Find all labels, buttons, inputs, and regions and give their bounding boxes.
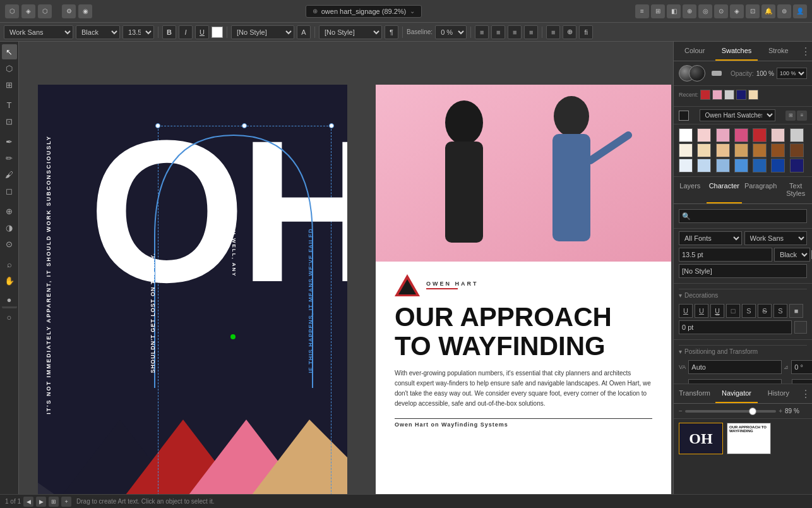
pos-transform-label[interactable]: Positioning and Transform [679, 345, 807, 358]
tool-zoom[interactable]: ⌕ [2, 257, 17, 272]
tool-crop[interactable]: ⊞ [2, 77, 17, 92]
zoom-slider[interactable] [685, 410, 776, 413]
font-family-select[interactable]: Work Sans [4, 25, 73, 39]
tab-colour[interactable]: Colour [674, 42, 715, 61]
deco-box[interactable]: □ [726, 304, 740, 318]
char-search-input[interactable] [679, 209, 807, 223]
char-style-input[interactable] [679, 264, 807, 278]
align-justify-btn[interactable]: ≡ [524, 25, 538, 39]
recent-swatch-4[interactable] [736, 90, 746, 100]
swatch-brown[interactable] [771, 143, 785, 157]
font-name-select[interactable]: Work Sans [744, 231, 808, 245]
zoom-thumb[interactable] [749, 408, 756, 415]
tool-pencil[interactable]: ✏ [2, 150, 17, 166]
swatch-view-btn-2[interactable]: ≡ [797, 111, 807, 121]
swatch-blue-light[interactable] [679, 159, 693, 172]
tab-character[interactable]: Character [707, 177, 742, 203]
opacity-select[interactable]: 100 % [777, 68, 807, 79]
swatch-gold[interactable] [734, 143, 748, 157]
swatch-pink-dark[interactable] [734, 128, 748, 142]
add-page-btn[interactable]: + [61, 497, 71, 507]
more-btn-3[interactable]: ﬁ [579, 25, 593, 39]
recent-swatch-2[interactable] [712, 90, 722, 100]
swatch-blue-dark[interactable] [753, 159, 767, 172]
tool-node[interactable]: ⬡ [2, 61, 17, 76]
play-btn[interactable]: ▶ [36, 497, 46, 507]
app-icon-1[interactable]: ⬡ [5, 4, 19, 18]
swatch-blue-med[interactable] [716, 159, 730, 172]
deco-u[interactable]: U [679, 304, 693, 318]
tab-text-styles[interactable]: Text Styles [779, 177, 812, 203]
swatch-red[interactable] [753, 128, 767, 142]
tool-gradient[interactable]: ◑ [2, 220, 17, 235]
deco-u-line2[interactable]: U̲ [710, 304, 724, 318]
va-pct-input[interactable] [688, 379, 782, 384]
deco-s3[interactable]: S [773, 304, 787, 318]
bold-button[interactable]: B [162, 25, 176, 39]
align-left-btn[interactable]: ≡ [475, 25, 489, 39]
zoom-plus[interactable]: + [779, 408, 782, 414]
para-btn[interactable]: ¶ [385, 25, 398, 39]
style-select-1[interactable]: [No Style] [231, 25, 294, 39]
deco-s2[interactable]: S [758, 304, 772, 318]
all-fonts-select[interactable]: All Fonts [679, 231, 742, 245]
tool-paint[interactable]: 🖌 [2, 167, 17, 182]
tool-eraser[interactable]: ◻ [2, 183, 17, 198]
view-icon-3[interactable]: ◧ [667, 4, 681, 18]
tool-icon-1[interactable]: ⚙ [62, 4, 76, 18]
secondary-color-orb[interactable] [689, 65, 705, 82]
app-icon-2[interactable]: ◈ [21, 4, 35, 18]
tab-navigator[interactable]: Navigator [715, 384, 757, 403]
recent-swatch-5[interactable] [748, 90, 758, 100]
deco-s1[interactable]: S [742, 304, 756, 318]
tool-eyedropper[interactable]: ⊙ [2, 236, 17, 251]
swatch-blue[interactable] [734, 159, 748, 172]
char-weight-select[interactable]: Black [774, 248, 810, 262]
underline-button[interactable]: U [195, 25, 209, 39]
app-icon-3[interactable]: ⬡ [38, 4, 52, 18]
deco-color-swatch[interactable] [794, 321, 807, 334]
deco-u-line[interactable]: U [695, 304, 708, 318]
baseline-select[interactable]: 0 % [435, 25, 467, 39]
font-weight-select[interactable]: Black [76, 25, 120, 39]
tab-transform[interactable]: Transform [674, 384, 715, 403]
tool-icon-2[interactable]: ◉ [78, 4, 92, 18]
view-icon-7[interactable]: ◈ [730, 4, 744, 18]
view-icon-8[interactable]: ⊡ [746, 4, 760, 18]
style-btn[interactable]: A [297, 25, 311, 39]
swatch-set-selector[interactable]: Owen Hart Swatches [700, 109, 775, 121]
italic-button[interactable]: I [179, 25, 193, 39]
next-page-btn[interactable]: ⊞ [49, 497, 59, 507]
angle-input[interactable] [791, 360, 812, 374]
align-center-btn[interactable]: ≡ [491, 25, 505, 39]
swatch-navy[interactable] [771, 159, 785, 172]
swatch-pink-med[interactable] [716, 128, 730, 142]
font-size-select[interactable]: 13.5 pt [122, 25, 154, 39]
deco-size-input[interactable] [679, 320, 792, 334]
swatch-pink-light[interactable] [697, 128, 711, 142]
thumb-page-1[interactable]: OH [679, 423, 723, 454]
tool-pen[interactable]: ✒ [2, 134, 17, 149]
swatch-dark-navy[interactable] [790, 159, 804, 172]
recent-swatch-1[interactable] [700, 90, 710, 100]
swatch-white[interactable] [679, 128, 693, 142]
panel-menu-icon[interactable]: ⋮ [799, 42, 812, 61]
view-icon-6[interactable]: ⊙ [714, 4, 728, 18]
swatch-brown-dark[interactable] [790, 143, 804, 157]
swatch-tan-light[interactable] [697, 143, 711, 157]
tool-text[interactable]: T [2, 97, 17, 112]
canvas-area[interactable]: OH IT'S NOT IMMEDIATELY APPARENT, IT SHO… [19, 42, 673, 494]
zoom-minus[interactable]: − [679, 408, 683, 414]
recent-swatch-3[interactable] [724, 90, 734, 100]
view-icon-5[interactable]: ◎ [698, 4, 712, 18]
swatch-view-btn-1[interactable]: ⊞ [785, 111, 796, 121]
decorations-label[interactable]: Decorations [679, 289, 807, 301]
tab-paragraph[interactable]: Paragraph [742, 177, 779, 203]
deco-fill[interactable]: ■ [789, 304, 803, 318]
swatch-brown-light[interactable] [753, 143, 767, 157]
more-btn-2[interactable]: ⊕ [563, 25, 576, 39]
swatch-blush[interactable] [771, 128, 785, 142]
view-icon-10[interactable]: ⊚ [777, 4, 791, 18]
tool-color2[interactable]: ○ [2, 310, 17, 325]
tool-color1[interactable]: ● [2, 293, 17, 308]
